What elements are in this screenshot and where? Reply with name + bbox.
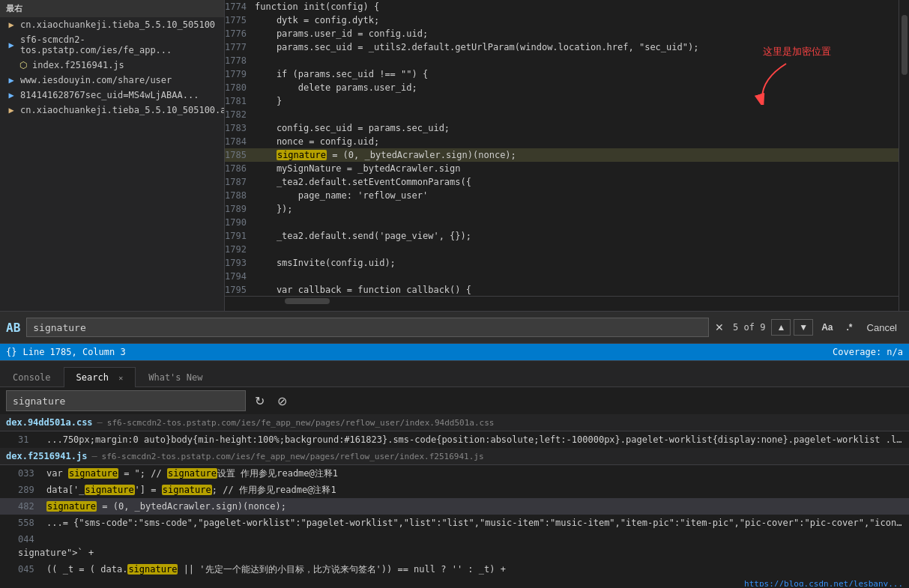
line-number: 1777 bbox=[225, 40, 255, 54]
vertical-scrollbar[interactable] bbox=[899, 0, 909, 311]
bottom-panel: Console Search ✕ What's New ↻ ⊘ dex.94dd… bbox=[0, 360, 909, 588]
file-name: cn.xiaochuankeji.tieba_5.5.10_505100.ap.… bbox=[20, 105, 225, 115]
h-scrollbar-thumb[interactable] bbox=[285, 298, 330, 304]
match-case-button[interactable]: Aa bbox=[816, 319, 838, 336]
find-prev-button[interactable]: ▲ bbox=[771, 319, 791, 336]
code-line: 1792 bbox=[225, 243, 899, 256]
find-input[interactable] bbox=[26, 318, 709, 337]
code-line: 1790 bbox=[225, 216, 899, 229]
file-item-6[interactable]: ▶ cn.xiaochuankeji.tieba_5.5.10_505100.a… bbox=[0, 103, 224, 118]
line-content: smsInvite(config.uid); bbox=[255, 256, 899, 270]
code-line: 1786 mySignNature = _bytedAcrawler.sign bbox=[225, 162, 899, 175]
result-line-num: 044 bbox=[18, 533, 40, 546]
status-bar: {} Line 1785, Column 3 Coverage: n/a bbox=[0, 344, 909, 360]
result-line-num: 045 bbox=[18, 563, 40, 576]
js-file-icon: ⬡ bbox=[18, 60, 28, 70]
line-number: 1793 bbox=[225, 256, 255, 270]
line-content: config.sec_uid = params.sec_uid; bbox=[255, 121, 899, 135]
result-row[interactable]: 31...750px;margin:0 auto}body{min-height… bbox=[0, 431, 909, 448]
code-line: 1783 config.sec_uid = params.sec_uid; bbox=[225, 121, 899, 135]
line-number: 1788 bbox=[225, 189, 255, 202]
line-number: 1786 bbox=[225, 162, 255, 175]
find-bar: AB ✕ 5 of 9 ▲ ▼ Aa .* Cancel bbox=[0, 311, 909, 344]
code-line: 1787 _tea2.default.setEventCommonParams(… bbox=[225, 175, 899, 189]
line-number: 1774 bbox=[225, 0, 255, 13]
refresh-button[interactable]: ↻ bbox=[250, 392, 268, 410]
status-icon: {} bbox=[6, 347, 16, 357]
line-number: 1789 bbox=[225, 202, 255, 216]
file-item-3[interactable]: ⬡ index.f2516941.js bbox=[0, 58, 224, 73]
file-name: index.f2516941.js bbox=[32, 60, 124, 70]
line-number: 1794 bbox=[225, 270, 255, 283]
line-number: 1782 bbox=[225, 108, 255, 121]
regex-button[interactable]: .* bbox=[842, 319, 858, 336]
file-name: cn.xiaochuankeji.tieba_5.5.10_505100 bbox=[20, 19, 215, 30]
line-content: var callback = function callback() { bbox=[255, 283, 899, 296]
scrollbar-thumb[interactable] bbox=[902, 15, 908, 75]
result-filepath: sf6-scmcdn2-tos.pstatp.com/ies/fe_app_ne… bbox=[107, 418, 495, 428]
result-row[interactable]: 044 signature">` + bbox=[0, 531, 909, 561]
result-file-header[interactable]: dex.f2516941.js — sf6-scmcdn2-tos.pstatp… bbox=[0, 448, 909, 465]
line-content: params.sec_uid = _utils2.default.getUrlP… bbox=[255, 40, 899, 54]
result-row[interactable]: 045(( _t = ( data.signature || '先定一个能达到的… bbox=[0, 561, 909, 578]
tab-close-icon[interactable]: ✕ bbox=[118, 374, 123, 382]
search-panel-input[interactable] bbox=[6, 390, 246, 411]
result-filename: dex.f2516941.js bbox=[6, 451, 87, 461]
result-row[interactable]: 289data['_signature'] = signature; // 作用… bbox=[0, 482, 909, 498]
file-item-5[interactable]: ▶ 814141628767sec_uid=MS4wLjABAA... bbox=[0, 88, 224, 103]
line-content: delete params.user_id; bbox=[255, 81, 899, 94]
find-clear-button[interactable]: ✕ bbox=[712, 320, 727, 335]
code-line: 1794 bbox=[225, 270, 899, 283]
code-line: 1774function init(config) { bbox=[225, 0, 899, 13]
line-content: _tea2.default.send('page_view', {}); bbox=[255, 229, 899, 243]
clear-results-button[interactable]: ⊘ bbox=[273, 392, 291, 410]
horizontal-scrollbar[interactable] bbox=[225, 296, 899, 305]
find-next-button[interactable]: ▼ bbox=[794, 319, 813, 336]
result-filepath: sf6-scmcdn2-tos.pstatp.com/ies/fe_app_ne… bbox=[102, 452, 484, 461]
file-item-1[interactable]: ▶ cn.xiaochuankeji.tieba_5.5.10_505100 bbox=[0, 17, 224, 32]
code-line: 1782 bbox=[225, 108, 899, 121]
line-content: if (params.sec_uid !== "") { bbox=[255, 67, 899, 81]
match-case-toggle[interactable]: AB bbox=[6, 321, 20, 335]
line-number: 1791 bbox=[225, 229, 255, 243]
code-line: 1788 page_name: 'reflow_user' bbox=[225, 189, 899, 202]
code-line: 1781 } bbox=[225, 94, 899, 108]
find-cancel-button[interactable]: Cancel bbox=[861, 321, 903, 335]
code-line: 1775 dytk = config.dytk; bbox=[225, 13, 899, 27]
line-content: }); bbox=[255, 202, 899, 216]
file-item-2[interactable]: ▶ sf6-scmcdn2-tos.pstatp.com/ies/fe_app.… bbox=[0, 32, 224, 58]
line-content: params.user_id = config.uid; bbox=[255, 27, 899, 40]
result-row[interactable]: 033var signature = "; // signature设置 作用参… bbox=[0, 465, 909, 482]
line-content: mySignNature = _bytedAcrawler.sign bbox=[255, 162, 899, 175]
result-file-header[interactable]: dex.94dd501a.css — sf6-scmcdn2-tos.pstat… bbox=[0, 414, 909, 431]
line-number: 1781 bbox=[225, 94, 255, 108]
search-panel-input-area: ↻ ⊘ bbox=[0, 387, 909, 414]
result-row[interactable]: 482signature = (0, _bytedAcrawler.sign)(… bbox=[0, 498, 909, 515]
result-line-num: 31 bbox=[18, 433, 40, 446]
result-row[interactable]: 558...= {"sms-code":"sms-code","pagelet-… bbox=[0, 515, 909, 531]
line-number: 1783 bbox=[225, 121, 255, 135]
line-content: dytk = config.dytk; bbox=[255, 13, 899, 27]
folder-icon: ▶ bbox=[6, 19, 16, 30]
line-number: 1795 bbox=[225, 283, 255, 296]
tab-whatsnew[interactable]: What's New bbox=[136, 367, 215, 387]
result-url-hint: https://blog.csdn.net/lesbany... bbox=[0, 578, 909, 587]
search-results[interactable]: dex.94dd501a.css — sf6-scmcdn2-tos.pstat… bbox=[0, 414, 909, 587]
folder-icon: ▶ bbox=[6, 105, 16, 115]
status-position: Line 1785, Column 3 bbox=[22, 347, 125, 357]
line-content: nonce = config.uid; bbox=[255, 135, 899, 148]
file-name: www.iesdouyin.com/share/user bbox=[20, 75, 172, 85]
code-line: 1780 delete params.user_id; bbox=[225, 81, 899, 94]
status-coverage: Coverage: n/a bbox=[833, 347, 903, 357]
line-number: 1792 bbox=[225, 243, 255, 256]
code-line: 1795 var callback = function callback() … bbox=[225, 283, 899, 296]
code-line: 1784 nonce = config.uid; bbox=[225, 135, 899, 148]
tab-search[interactable]: Search ✕ bbox=[64, 367, 136, 387]
line-content: } bbox=[255, 94, 899, 108]
result-filename: dex.94dd501a.css bbox=[6, 417, 93, 428]
folder-icon: ▶ bbox=[6, 90, 16, 100]
code-line: 1779 if (params.sec_uid !== "") { bbox=[225, 67, 899, 81]
tab-console[interactable]: Console bbox=[0, 367, 64, 387]
line-number: 1787 bbox=[225, 175, 255, 189]
file-item-4[interactable]: ▶ www.iesdouyin.com/share/user bbox=[0, 73, 224, 88]
